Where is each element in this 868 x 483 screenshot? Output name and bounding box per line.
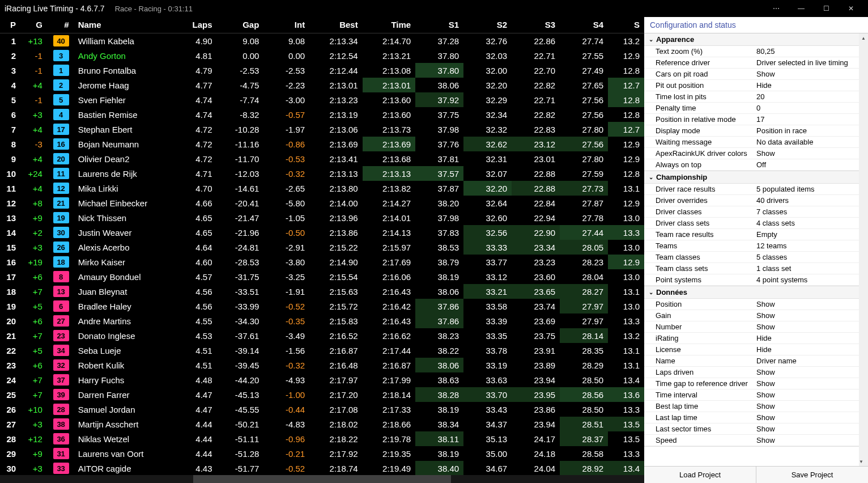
table-row[interactable]: 8-316Bojan Neumann4.72-11.16-0.862:13.69… — [0, 137, 644, 151]
cell-time: 2:14.27 — [363, 196, 416, 210]
config-property[interactable]: Time lost in pits20 — [644, 91, 868, 103]
config-property[interactable]: Time intervalShow — [644, 389, 868, 401]
config-property[interactable]: Waiting messageNo data available — [644, 137, 868, 148]
table-row[interactable]: 12+821Michael Einbecker4.66-20.41-5.802:… — [0, 196, 644, 210]
cell-s4: 28.51 — [560, 417, 608, 431]
scroll-down-icon[interactable]: ▼ — [859, 457, 863, 466]
scroll-up-icon[interactable]: ▲ — [859, 33, 868, 43]
h-scrollbar[interactable] — [0, 475, 644, 483]
cell-gain: -1 — [20, 63, 47, 78]
cell-pos: 13 — [0, 210, 20, 225]
config-property[interactable]: Driver class sets4 class sets — [644, 218, 868, 229]
config-property[interactable]: Reference driverDriver selected in live … — [644, 57, 868, 69]
table-row[interactable]: 10+2411Laurens de Rijk4.71-12.03-0.322:1… — [0, 166, 644, 181]
config-property[interactable]: Cars on pit roadShow — [644, 69, 868, 80]
config-property[interactable]: Team class sets1 class set — [644, 263, 868, 274]
config-property[interactable]: LicenseHide — [644, 344, 868, 355]
table-row[interactable]: 29+931Laurens van Oort4.44-51.28-0.212:1… — [0, 446, 644, 461]
table-row[interactable]: 7+417Stephan Ebert4.72-10.28-1.972:13.06… — [0, 122, 644, 137]
table-row[interactable]: 3-11Bruno Fontalba4.79-2.53-2.532:12.442… — [0, 63, 644, 78]
config-property[interactable]: Pit out positionHide — [644, 80, 868, 91]
cell-int: -4.83 — [263, 417, 309, 431]
cell-s3: 23.01 — [512, 151, 560, 166]
config-property[interactable]: Driver overrides40 drivers — [644, 195, 868, 206]
table-row[interactable]: 28+1236Niklas Wetzel4.44-51.11-0.962:18.… — [0, 431, 644, 446]
cell-s1: 38.28 — [415, 387, 463, 402]
cell-s1: 38.06 — [415, 78, 463, 92]
table-row[interactable]: 20+627Andre Martins4.55-34.30-0.352:15.8… — [0, 313, 644, 328]
table-row[interactable]: 13+919Nick Thissen4.65-21.47-1.052:13.96… — [0, 210, 644, 225]
load-project-button[interactable]: Load Project — [644, 467, 756, 483]
save-project-button[interactable]: Save Project — [756, 467, 868, 483]
table-row[interactable]: 5-15Sven Fiehler4.74-7.74-3.002:13.232:1… — [0, 92, 644, 107]
config-property[interactable]: SpeedShow — [644, 435, 868, 446]
table-row[interactable]: 9+420Olivier Dean24.72-11.70-0.532:13.41… — [0, 151, 644, 166]
table-row[interactable]: 18+713Juan Bleynat4.56-33.51-1.912:15.63… — [0, 284, 644, 299]
config-property[interactable]: Last lap timeShow — [644, 412, 868, 423]
section-header[interactable]: ⌄Championship — [644, 171, 868, 184]
table-row[interactable]: 15+326Alexis Acerbo4.64-24.81-2.912:15.2… — [0, 240, 644, 255]
cell-num: 33 — [47, 461, 74, 476]
cell-gain: +9 — [20, 210, 47, 225]
section-header[interactable]: ⌄Apparence — [644, 33, 868, 46]
table-row[interactable]: 26+1028Samuel Jordan4.47-45.55-0.442:17.… — [0, 402, 644, 417]
config-property[interactable]: iRatingHide — [644, 333, 868, 344]
config-property[interactable]: Team race resultsEmpty — [644, 229, 868, 240]
cell-gap: -11.70 — [217, 151, 264, 166]
cell-s4: 28.29 — [560, 358, 608, 372]
table-row[interactable]: 25+739Darren Farrer4.47-45.13-1.002:17.2… — [0, 387, 644, 402]
table-row[interactable]: 4+42Jerome Haag4.77-4.75-2.232:13.012:13… — [0, 78, 644, 92]
cell-s1: 37.80 — [415, 63, 463, 78]
config-property[interactable]: Display modePosition in race — [644, 125, 868, 137]
cell-gap: -39.45 — [217, 358, 264, 372]
config-property[interactable]: Laps drivenShow — [644, 367, 868, 378]
config-property[interactable]: Always on topOff — [644, 159, 868, 171]
config-property[interactable]: Text zoom (%)80,25 — [644, 46, 868, 57]
table-row[interactable]: 17+68Amaury Bonduel4.57-31.75-3.252:15.5… — [0, 269, 644, 284]
prop-value: 5 populated items — [756, 185, 863, 193]
config-property[interactable]: Team classes5 classes — [644, 252, 868, 263]
config-property[interactable]: Time gap to reference driverShow — [644, 378, 868, 389]
config-property[interactable]: Point systems4 point systems — [644, 274, 868, 286]
config-property[interactable]: NameDriver name — [644, 355, 868, 367]
table-row[interactable]: 19+56Bradlee Haley4.56-33.99-0.522:15.72… — [0, 299, 644, 313]
config-property[interactable]: GainShow — [644, 310, 868, 321]
table-row[interactable]: 23+632Robert Kulik4.51-39.45-0.322:16.48… — [0, 358, 644, 372]
prop-key: Teams — [656, 242, 756, 250]
section-header[interactable]: ⌄Données — [644, 286, 868, 299]
config-property[interactable]: ApexRacinkUK driver colorsShow — [644, 148, 868, 159]
more-icon[interactable]: ⋯ — [764, 0, 789, 17]
config-property[interactable]: NumberShow — [644, 321, 868, 333]
cell-s1: 38.34 — [415, 417, 463, 431]
cell-s4: 27.56 — [560, 137, 608, 151]
config-property[interactable]: Last sector timesShow — [644, 423, 868, 435]
cell-name: Samuel Jordan — [74, 402, 182, 417]
table-row[interactable]: 14+230Justin Weaver4.65-21.96-0.502:13.8… — [0, 225, 644, 240]
table-row[interactable]: 1+1340William Kabela4.909.089.082:13.342… — [0, 33, 644, 49]
config-property[interactable]: Position in relative mode17 — [644, 114, 868, 125]
maximize-icon[interactable]: ☐ — [814, 0, 839, 17]
table-row[interactable]: 11+412Mika Lirkki4.70-14.61-2.652:13.802… — [0, 181, 644, 196]
table-row[interactable]: 24+737Harry Fuchs4.48-44.20-4.932:17.972… — [0, 372, 644, 387]
table-row[interactable]: 16+1918Mirko Kaiser4.60-28.53-3.802:14.9… — [0, 255, 644, 269]
config-property[interactable]: PositionShow — [644, 299, 868, 310]
cell-time: 2:13.60 — [363, 92, 416, 107]
cell-name: Laurens van Oort — [74, 446, 182, 461]
v-scrollbar[interactable]: ▲ ▼ — [859, 33, 868, 466]
config-property[interactable]: Driver classes7 classes — [644, 206, 868, 218]
table-row[interactable]: 30+333AITOR cagide4.43-51.77-0.522:18.74… — [0, 461, 644, 476]
config-property[interactable]: Best lap timeShow — [644, 401, 868, 412]
config-body[interactable]: ▲ ▼ ⌄ApparenceText zoom (%)80,25Referenc… — [644, 33, 868, 466]
table-row[interactable]: 22+534Seba Lueje4.51-39.14-1.562:16.872:… — [0, 343, 644, 358]
close-icon[interactable]: ✕ — [839, 0, 863, 17]
config-property[interactable]: Teams12 teams — [644, 240, 868, 252]
table-row[interactable]: 21+723Donato Inglese4.53-37.61-3.492:16.… — [0, 328, 644, 343]
table-row[interactable]: 6+34Bastien Remise4.74-8.32-0.572:13.192… — [0, 107, 644, 122]
config-property[interactable]: Driver race results5 populated items — [644, 184, 868, 195]
minimize-icon[interactable]: ― — [789, 0, 814, 17]
table-row[interactable]: 2-13Andy Gorton4.810.000.002:12.542:13.2… — [0, 48, 644, 63]
cell-num: 13 — [47, 284, 74, 299]
table-row[interactable]: 27+338Martijn Asschert4.44-50.21-4.832:1… — [0, 417, 644, 431]
cell-gap: -8.32 — [217, 107, 264, 122]
config-property[interactable]: Penalty time0 — [644, 103, 868, 114]
